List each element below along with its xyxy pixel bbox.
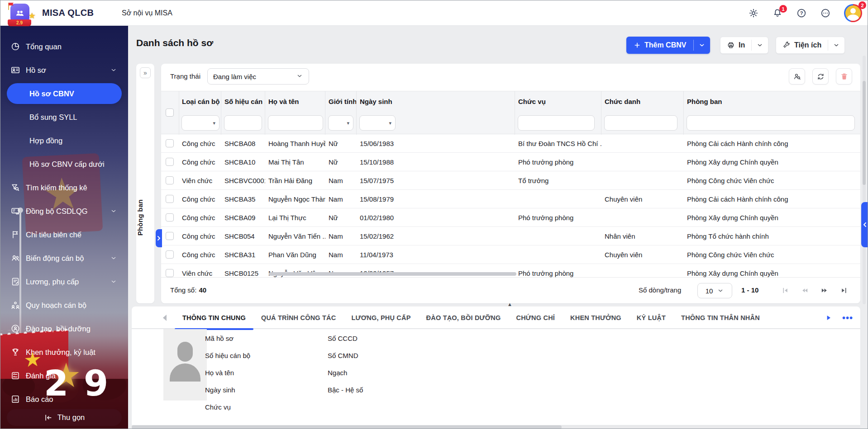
horizontal-scrollbar-thumb[interactable] [132,425,562,429]
sidebar-item-ho-so[interactable]: Hồ sơ [0,58,128,82]
rows-per-page-select[interactable]: 10 [697,283,732,298]
sidebar-item-tong-quan[interactable]: Tổng quan [0,35,128,58]
print-button[interactable]: In [720,37,751,53]
utilities-dropdown[interactable] [828,37,844,53]
column-filter-input[interactable] [604,115,677,131]
row-checkbox[interactable] [166,232,174,240]
vertical-scrollbar[interactable] [863,56,866,304]
tabs-scroll-right-icon[interactable] [825,314,832,321]
tab-thong-tin-than-nhan[interactable]: THÔNG TIN THÂN NHÂN [673,306,768,329]
column-header-6[interactable]: Chức vụ [515,91,601,111]
cell-gioi-tinh: Nam [325,227,357,245]
column-header-8[interactable]: Phòng ban [684,91,860,111]
column-header-1[interactable]: Loại cán bộ [179,91,221,111]
sidebar-item--ong-bo-csdlqg[interactable]: Đồng bộ CSDLQG [0,199,128,223]
sidebar-item-tim-kiem-thong-ke[interactable]: Tìm kiếm thống kê [0,176,128,199]
sidebar-item-bao-cao[interactable]: Báo cáo [0,387,128,411]
table-row[interactable]: Công chứcSHCBA08Hoàng Thanh HuyềnNữ15/06… [161,134,860,153]
sidebar-item-hop-ong[interactable]: Hợp đồng [0,129,128,152]
sidebar-item-bien-ong-can-bo[interactable]: Biến động cán bộ [0,246,128,270]
cell-gioi-tinh: Nam [325,245,357,264]
column-header-5[interactable]: Ngày sinh [357,91,515,111]
row-checkbox[interactable] [166,158,174,166]
horizontal-scrollbar[interactable] [132,425,860,429]
select-all-checkbox[interactable] [166,108,174,117]
row-checkbox[interactable] [166,195,174,203]
first-page-button[interactable] [780,285,790,295]
column-header-2[interactable]: Số hiệu cán ... [221,91,265,111]
refresh-button[interactable] [812,68,829,85]
column-header-4[interactable]: Giới tính [325,91,357,111]
status-filter-select[interactable]: Đang làm việc [207,68,309,85]
row-checkbox[interactable] [166,269,174,277]
table-row[interactable]: Công chứcSHCBA35Nguyễn Ngọc ThànhNam15/0… [161,190,860,208]
tab-khen-thuong[interactable]: KHEN THƯỞNG [563,306,629,329]
cell-gioi-tinh: Nữ [325,153,357,171]
next-page-button[interactable] [819,285,829,295]
tab-thong-tin-chung[interactable]: THÔNG TIN CHUNG [175,306,253,329]
sidebar-item-quy-hoach-can-bo[interactable]: Quy hoạch cán bộ [0,293,128,317]
column-header-3[interactable]: Họ và tên [265,91,325,111]
collapse-sidebar-button[interactable]: Thu gọn [7,409,122,426]
add-cbnv-button[interactable]: Thêm CBNV [626,37,693,54]
chevron-down-icon [296,72,303,81]
row-checkbox[interactable] [166,213,174,222]
table-row[interactable]: Công chứcSHCBA10Mai Thị TânNữ15/10/1988P… [161,153,860,171]
row-checkbox[interactable] [166,250,174,259]
more-options-icon[interactable] [820,8,831,19]
column-filter-select[interactable]: ▾ [359,115,396,131]
sidebar-item--anh-gia[interactable]: Đánh giá [0,364,128,387]
cell-chuc-danh: Chuyên viên [601,190,684,208]
expand-right-panel-handle[interactable] [861,202,868,247]
table-row[interactable]: Công chứcSHCB054Nguyễn Văn Tiến ...Nam15… [161,227,860,245]
tab-luong-phu-cap[interactable]: LƯƠNG, PHỤ CẤP [343,306,418,329]
delete-button[interactable] [836,68,852,85]
table-row[interactable]: Công chứcSHCBA09Lại Thị ThựcNữ01/02/1980… [161,208,860,227]
column-filter-select[interactable]: ▾ [181,115,219,131]
row-checkbox[interactable] [166,139,174,147]
table-row[interactable]: Công chứcSHCBA31Phan Văn DũngNam11/04/19… [161,245,860,264]
user-avatar[interactable]: 2 [844,4,862,22]
chevron-down-icon [110,255,117,262]
avatar-image [845,5,861,21]
sidebar-item-luong-phu-cap[interactable]: Lương, phụ cấp [0,270,128,293]
last-page-button[interactable] [839,285,849,295]
row-checkbox[interactable] [166,176,174,184]
table-row[interactable]: Viên chứcSHCBVC0001Trần Hải ĐăngNam15/07… [161,171,860,190]
column-filter-input[interactable] [224,115,262,131]
caret-down-icon: ▾ [213,120,215,126]
collapse-detail-caret-icon[interactable]: ▲ [507,302,512,307]
sidebar-item-bo-sung-syll[interactable]: Bổ sung SYLL [0,105,128,129]
expand-strip-button[interactable]: » [140,67,151,78]
previous-page-button[interactable] [800,285,810,295]
cell-so-hieu: SHCBA31 [221,245,265,264]
utilities-button[interactable]: Tiện ích [776,37,828,53]
sidebar-item-chi-tieu-bien-che[interactable]: Chỉ tiêu biên chế [0,223,128,246]
help-icon[interactable]: ? [796,8,807,19]
sidebar-item-ho-so-cbnv-cap-duoi[interactable]: Hồ sơ CBNV cấp dưới [0,152,128,176]
settings-gear-icon[interactable] [748,8,759,19]
grid-horizontal-scrollbar[interactable] [269,272,516,276]
vertical-scrollbar-thumb[interactable] [863,81,866,185]
column-filter-input[interactable] [268,115,323,131]
expand-department-panel-handle[interactable] [156,229,162,247]
notifications-bell-icon[interactable]: 1 [772,8,783,19]
tab-chung-chi[interactable]: CHỨNG CHỈ [509,306,563,329]
sidebar-item-ho-so-cbnv[interactable]: Hồ sơ CBNV [7,83,122,104]
tab-ky-luat[interactable]: KỶ LUẬT [629,306,673,329]
column-header-7[interactable]: Chức danh [601,91,684,111]
find-employee-button[interactable] [789,68,805,85]
tab-qua-trinh-cong-tac[interactable]: QUÁ TRÌNH CÔNG TÁC [253,306,344,329]
tabs-scroll-left-icon[interactable] [162,314,168,323]
print-dropdown[interactable] [752,37,768,53]
column-filter-input[interactable] [687,115,855,131]
add-cbnv-dropdown[interactable] [694,37,710,54]
organization-name[interactable]: Sở nội vụ MISA [122,9,172,17]
tab--ao-tao-boi-duong[interactable]: ĐÀO TẠO, BỒI DƯỠNG [419,306,509,329]
id-card-icon [10,65,20,75]
more-tabs-icon[interactable]: ••• [842,316,853,320]
column-filter-select[interactable]: ▾ [328,115,353,131]
sidebar-item-khen-thuong-ky-luat[interactable]: Khen thưởng, kỷ luật [0,340,128,364]
column-filter-input[interactable] [518,115,595,131]
sidebar-item--ao-tao-boi-duong[interactable]: Đào tạo, bồi dưỡng [0,317,128,340]
